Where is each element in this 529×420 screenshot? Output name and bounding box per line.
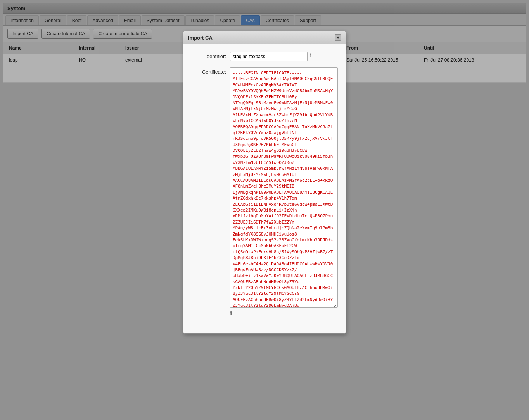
modal-header: Import CA ✕ xyxy=(183,31,346,44)
certificate-textarea[interactable] xyxy=(230,67,338,86)
identifier-label: Identifier: xyxy=(191,52,226,59)
modal-close-button[interactable]: ✕ xyxy=(335,34,341,41)
modal-overlay: Import CA ✕ Identifier: ℹ Certificate: ℹ xyxy=(0,0,529,86)
identifier-input[interactable] xyxy=(230,52,308,61)
identifier-row: Identifier: ℹ xyxy=(191,52,338,61)
modal-title: Import CA xyxy=(188,35,213,41)
identifier-info-icon[interactable]: ℹ xyxy=(310,52,312,58)
certificate-field: ℹ xyxy=(230,67,338,86)
certificate-row: Certificate: ℹ xyxy=(191,67,338,86)
certificate-label: Certificate: xyxy=(191,67,226,75)
identifier-field: ℹ xyxy=(230,52,338,61)
import-ca-modal: Import CA ✕ Identifier: ℹ Certificate: ℹ xyxy=(183,31,346,86)
modal-body: Identifier: ℹ Certificate: ℹ xyxy=(183,44,346,86)
